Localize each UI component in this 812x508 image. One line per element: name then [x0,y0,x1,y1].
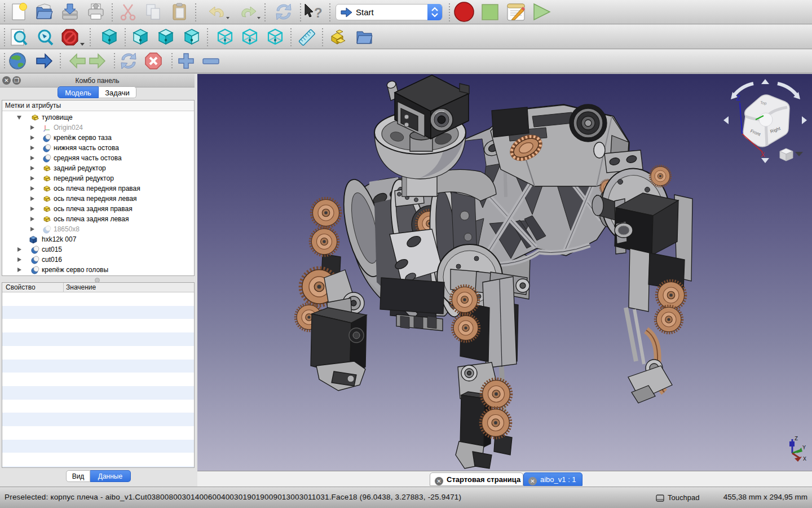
svg-text:?: ? [314,5,323,20]
svg-text:X: X [803,456,806,462]
svg-text:Y: Y [802,445,806,451]
svg-text:Z: Z [736,94,740,102]
svg-text:X: X [761,151,765,158]
svg-text:Z: Z [795,436,798,442]
